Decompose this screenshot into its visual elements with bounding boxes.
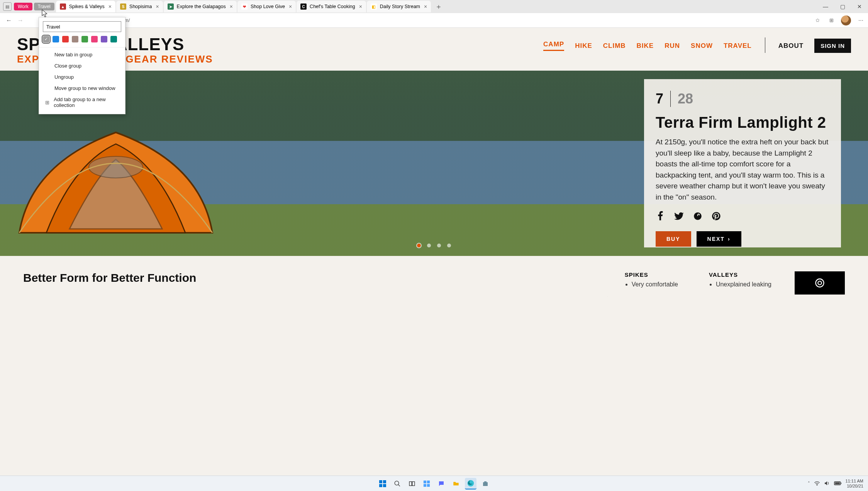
tab-title: Shop Love Give: [251, 4, 285, 9]
chevron-right-icon: ›: [728, 236, 731, 242]
browser-titlebar: ▤ Work Travel ▲Spikes & Valleys×SShopisi…: [0, 0, 868, 13]
tab[interactable]: CChef's Table Cooking×: [297, 1, 366, 12]
color-swatch[interactable]: [43, 36, 49, 42]
taskbar: ˄ 11:11 AM 10/20/21: [0, 476, 868, 491]
color-swatch[interactable]: [53, 36, 59, 42]
next-button[interactable]: NEXT ›: [697, 231, 741, 247]
profile-avatar[interactable]: [841, 15, 851, 25]
tab[interactable]: ▲Spikes & Valleys×: [56, 1, 115, 12]
tray-chevron-icon[interactable]: ˄: [808, 481, 810, 486]
context-menu-item[interactable]: New tab in group: [39, 49, 125, 60]
hero-section: 7 28 Terra Firm Lamplight 2 At 2150g, yo…: [0, 71, 868, 256]
new-tab-button[interactable]: ＋: [433, 1, 444, 12]
context-menu-item[interactable]: ⊞Add tab group to a new collection: [39, 94, 125, 111]
nav-link[interactable]: CLIMB: [603, 42, 626, 50]
context-menu-item[interactable]: Close group: [39, 60, 125, 71]
chat-icon[interactable]: [436, 478, 447, 489]
more-menu-icon[interactable]: ⋯: [856, 16, 865, 25]
stumbleupon-icon[interactable]: [693, 211, 703, 221]
product-card: 7 28 Terra Firm Lamplight 2 At 2150g, yo…: [644, 79, 841, 247]
twitter-icon[interactable]: [674, 211, 684, 221]
color-swatch[interactable]: [81, 36, 88, 42]
close-window-button[interactable]: ✕: [851, 0, 868, 13]
context-menu-item[interactable]: Ungroup: [39, 71, 125, 83]
svg-rect-20: [835, 482, 840, 484]
tab-group-work[interactable]: Work: [14, 3, 32, 10]
pinterest-icon[interactable]: [711, 211, 721, 221]
tab-strip: ▲Spikes & Valleys×SShopisima×➤Explore th…: [56, 1, 432, 12]
wifi-icon[interactable]: [814, 481, 820, 487]
search-icon[interactable]: [392, 478, 403, 489]
battery-icon[interactable]: [834, 481, 842, 486]
maximize-button[interactable]: ▢: [834, 0, 851, 13]
edge-icon[interactable]: [465, 478, 476, 489]
store-icon[interactable]: [480, 478, 491, 489]
score-row: 7 28: [656, 91, 829, 107]
carousel-dot[interactable]: [427, 244, 431, 247]
close-tab-icon[interactable]: ×: [156, 3, 159, 10]
color-swatch[interactable]: [91, 36, 98, 42]
group-name-input[interactable]: [43, 21, 121, 32]
taskbar-clock[interactable]: 11:11 AM 10/20/21: [846, 479, 863, 488]
nav-link[interactable]: TRAVEL: [724, 42, 752, 50]
context-menu-items: New tab in groupClose groupUngroupMove g…: [39, 49, 125, 111]
tab-title: Chef's Table Cooking: [310, 4, 355, 9]
taskbar-time: 11:11 AM: [846, 479, 863, 484]
vertical-tabs-icon[interactable]: ▤: [3, 2, 12, 11]
spikes-label: SPIKES: [625, 271, 678, 278]
system-tray: ˄ 11:11 AM 10/20/21: [808, 479, 868, 488]
score-divider: [670, 91, 671, 107]
svg-rect-4: [383, 480, 386, 483]
volume-icon[interactable]: [824, 481, 830, 487]
promo-box[interactable]: [795, 271, 845, 295]
close-tab-icon[interactable]: ×: [424, 3, 427, 10]
favorite-icon[interactable]: ✩: [813, 16, 822, 25]
start-button[interactable]: [377, 478, 388, 489]
color-swatch[interactable]: [62, 36, 69, 42]
minimize-button[interactable]: ―: [817, 0, 834, 13]
carousel-dot[interactable]: [437, 244, 441, 247]
color-swatch[interactable]: [110, 36, 117, 42]
close-tab-icon[interactable]: ×: [108, 3, 112, 10]
signin-button[interactable]: SIGN IN: [814, 39, 851, 53]
tab[interactable]: ➤Explore the Galapagos×: [164, 1, 237, 12]
nav-link[interactable]: HIKE: [575, 42, 592, 50]
nav-link[interactable]: SNOW: [691, 42, 713, 50]
forward-button[interactable]: →: [15, 15, 26, 26]
tab-group-travel[interactable]: Travel: [34, 3, 54, 10]
tab[interactable]: SShopisima×: [116, 1, 163, 12]
collection-icon: ⊞: [44, 100, 50, 105]
tab[interactable]: ◧Daily Story Stream×: [367, 1, 431, 12]
close-tab-icon[interactable]: ×: [230, 3, 233, 10]
nav-link[interactable]: RUN: [665, 42, 680, 50]
buy-button[interactable]: BUY: [656, 231, 691, 247]
social-row: [656, 211, 829, 221]
carousel-dot[interactable]: [447, 244, 451, 247]
about-link[interactable]: ABOUT: [778, 42, 804, 50]
color-swatch[interactable]: [72, 36, 78, 42]
back-button[interactable]: ←: [3, 15, 15, 26]
tab[interactable]: ❤Shop Love Give×: [237, 1, 296, 12]
svg-point-7: [395, 481, 399, 485]
task-view-icon[interactable]: [406, 478, 418, 489]
nav-link[interactable]: BIKE: [637, 42, 654, 50]
svg-rect-3: [379, 480, 382, 483]
browser-toolbar: ← → s.com/ ✩ ⊞ ⋯: [0, 13, 868, 28]
collections-icon[interactable]: ⊞: [827, 16, 836, 25]
tab-title: Daily Story Stream: [380, 4, 420, 9]
tab-title: Explore the Galapagos: [177, 4, 226, 9]
explorer-icon[interactable]: [450, 478, 462, 489]
svg-rect-12: [427, 480, 430, 483]
widgets-icon[interactable]: [421, 478, 432, 489]
tent-illustration: [15, 117, 216, 240]
facebook-icon[interactable]: [656, 211, 666, 221]
context-menu-item[interactable]: Move group to new window: [39, 83, 125, 94]
color-swatch[interactable]: [101, 36, 107, 42]
nav-link[interactable]: CAMP: [543, 41, 564, 51]
tab-group-context-menu: New tab in groupClose groupUngroupMove g…: [39, 17, 125, 114]
close-tab-icon[interactable]: ×: [359, 3, 362, 10]
carousel-dot[interactable]: [417, 244, 421, 247]
favicon-icon: ❤: [241, 3, 248, 10]
close-tab-icon[interactable]: ×: [289, 3, 292, 10]
svg-rect-13: [424, 484, 426, 486]
